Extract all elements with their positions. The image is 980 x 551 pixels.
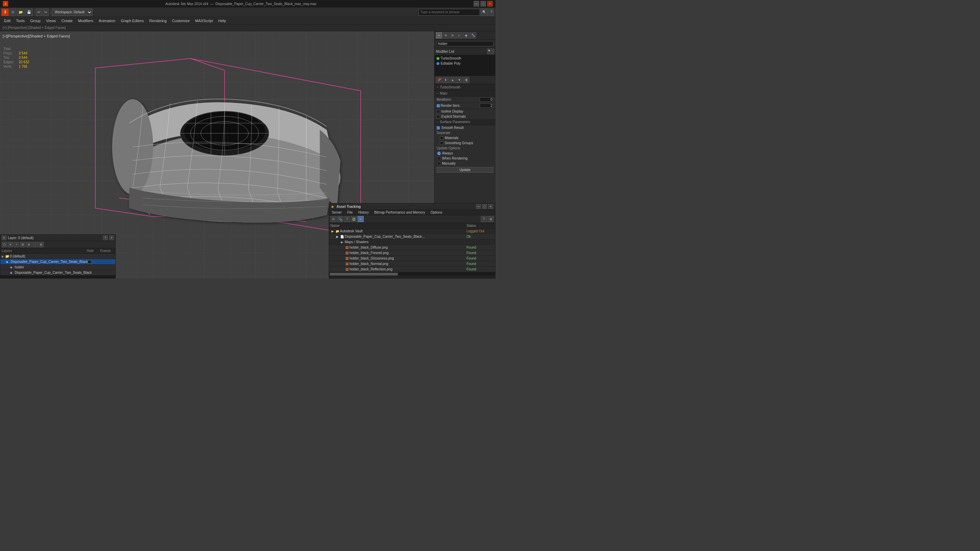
list-item[interactable]: ▶ 📄 Disposable_Paper_Cup_Carrier_Two_Sea… <box>329 234 495 240</box>
asset-minimize-button[interactable]: — <box>476 204 481 209</box>
list-item[interactable]: 🖼 holder_black_Glossiness.png Found <box>329 256 495 261</box>
list-item[interactable]: ◈ holder <box>0 265 115 270</box>
asset-missing-button[interactable]: ? <box>344 216 350 222</box>
delete-layer-button[interactable]: ✕ <box>8 242 13 247</box>
when-rendering-radio[interactable] <box>437 157 441 160</box>
modifier-list-dropdown[interactable]: ▼ <box>487 49 494 54</box>
delete-modifier-button[interactable]: 🗑 <box>463 77 469 83</box>
turbosmooth-section-header[interactable]: TurboSmooth <box>434 84 495 91</box>
visibility-checkbox[interactable] <box>88 260 91 264</box>
menu-modifiers[interactable]: Modifiers <box>75 17 96 24</box>
layers-help-button[interactable]: ? <box>103 235 108 240</box>
menu-create[interactable]: Create <box>59 17 75 24</box>
list-item[interactable]: ▶ 📁 0 (default) <box>0 254 115 259</box>
asset-maximize-button[interactable]: □ <box>482 204 487 209</box>
always-radio[interactable] <box>437 152 441 155</box>
layers-close-button[interactable]: × <box>109 235 114 240</box>
save-button[interactable]: 💾 <box>25 8 33 16</box>
close-button[interactable]: × <box>487 1 493 6</box>
menu-help[interactable]: Help <box>216 17 229 24</box>
minimize-button[interactable]: — <box>474 1 479 6</box>
search-input[interactable] <box>418 9 480 16</box>
asset-horizontal-scrollbar[interactable] <box>329 272 495 275</box>
move-to-layer-button[interactable]: → <box>32 242 38 247</box>
move-up-button[interactable]: ▲ <box>450 77 456 83</box>
modify-panel-icon[interactable]: ⚙ <box>443 32 449 38</box>
list-item[interactable]: 🖼 holder_black_Normal.png Found <box>329 261 495 267</box>
explicit-normals-checkbox[interactable] <box>437 115 440 118</box>
iterations-input[interactable] <box>480 97 493 102</box>
display-panel-icon[interactable]: ◉ <box>463 32 469 38</box>
window-controls[interactable]: — □ × <box>474 1 493 6</box>
scrollbar-thumb[interactable] <box>330 273 398 275</box>
asset-menu-bitmap[interactable]: Bitmap Performance and Memory <box>372 210 428 215</box>
app-menu-button[interactable]: 3 <box>2 8 9 16</box>
svg-text:Verts:: Verts: <box>3 65 12 68</box>
search-button[interactable]: 🔍 <box>480 8 488 16</box>
asset-menu-history[interactable]: History <box>356 210 372 215</box>
move-down-button[interactable]: ▼ <box>456 77 463 83</box>
isoline-checkbox[interactable] <box>437 110 440 113</box>
utilities-panel-icon[interactable]: 🔧 <box>470 32 476 38</box>
new-button[interactable]: 🗋 <box>10 8 16 16</box>
new-layer-button[interactable]: 🗋 <box>2 242 7 247</box>
asset-refresh-button[interactable]: ⟳ <box>331 216 337 222</box>
menu-edit[interactable]: Edit <box>2 17 13 24</box>
merge-layers-button[interactable]: ⊕ <box>26 242 32 247</box>
manually-radio[interactable] <box>437 162 441 165</box>
asset-menu-server[interactable]: Server <box>329 210 344 215</box>
redo-button[interactable]: ↪ <box>43 8 49 16</box>
asset-menu-file[interactable]: File <box>344 210 355 215</box>
motion-panel-icon[interactable]: ▷ <box>456 32 463 38</box>
image-icon: 🖼 <box>345 262 349 266</box>
menu-animation[interactable]: Animation <box>96 17 118 24</box>
modifier-active-dot <box>437 57 439 60</box>
workspace-dropdown[interactable]: Workspace: Default <box>52 8 92 16</box>
list-item[interactable]: ▶ Maps / Shaders <box>329 240 495 245</box>
turbosmooth-modifier[interactable]: TurboSmooth <box>435 56 495 61</box>
update-button[interactable]: Update <box>437 167 493 173</box>
materials-checkbox[interactable] <box>440 137 443 140</box>
menu-group[interactable]: Group <box>27 17 43 24</box>
menu-rendering[interactable]: Rendering <box>147 17 169 24</box>
hierarchy-panel-icon[interactable]: ⊕ <box>450 32 456 38</box>
editable-poly-modifier[interactable]: Editable Poly <box>435 61 495 66</box>
expand-all-button[interactable]: ⊞ <box>38 242 44 247</box>
list-item[interactable]: ◈ Disposable_Paper_Cup_Carrier_Two_Seats… <box>0 259 115 265</box>
menu-tools[interactable]: Tools <box>13 17 27 24</box>
asset-menu-options[interactable]: Options <box>428 210 445 215</box>
menu-graph-editors[interactable]: Graph Editors <box>118 17 147 24</box>
asset-help-button[interactable]: ? <box>481 216 487 222</box>
menu-maxscript[interactable]: MAXScript <box>192 17 216 24</box>
list-item[interactable]: 🖼 holder_black_Fresnel.png Found <box>329 250 495 256</box>
main-section-header[interactable]: Main <box>434 91 495 97</box>
open-button[interactable]: 📂 <box>17 8 24 16</box>
asset-close-button[interactable]: × <box>488 204 493 209</box>
move-to-top-button[interactable]: ⬆ <box>443 77 449 83</box>
layer-visibility[interactable] <box>88 260 99 264</box>
smoothing-groups-checkbox[interactable] <box>440 141 443 145</box>
isoline-label: Isoline Display <box>441 110 463 113</box>
menu-customize[interactable]: Customize <box>169 17 192 24</box>
help-button[interactable]: ? <box>488 8 494 16</box>
list-item[interactable]: 🖼 holder_black_Diffuse.png Found <box>329 245 495 250</box>
undo-button[interactable]: ↩ <box>36 8 42 16</box>
pin-button[interactable]: 📌 <box>436 77 442 83</box>
select-objects-button[interactable]: ⊞ <box>20 242 25 247</box>
smooth-result-checkbox[interactable] <box>437 126 440 130</box>
surface-params-header[interactable]: Surface Parameters <box>434 119 495 125</box>
layers-scrollbar[interactable] <box>0 275 115 278</box>
render-iters-checkbox[interactable] <box>437 104 440 108</box>
asset-list-view-button[interactable]: ≡ <box>358 216 364 222</box>
create-panel-icon[interactable]: ✦ <box>436 32 442 38</box>
list-item[interactable]: ◈ Disposable_Paper_Cup_Carrier_Two_Seats… <box>0 270 115 275</box>
asset-bitmap-button[interactable]: 🖼 <box>351 216 357 222</box>
asset-settings-button[interactable]: ⚙ <box>488 216 494 222</box>
add-selected-button[interactable]: + <box>14 242 19 247</box>
render-iters-input[interactable] <box>480 103 493 108</box>
menu-views[interactable]: Views <box>43 17 59 24</box>
asset-track-button[interactable]: 📎 <box>337 216 343 222</box>
maximize-button[interactable]: □ <box>480 1 486 6</box>
list-item[interactable]: 🖼 holder_black_Reflection.png Found <box>329 267 495 272</box>
list-item[interactable]: ▶ 📁 Autodesk Vault Logged Out <box>329 229 495 234</box>
